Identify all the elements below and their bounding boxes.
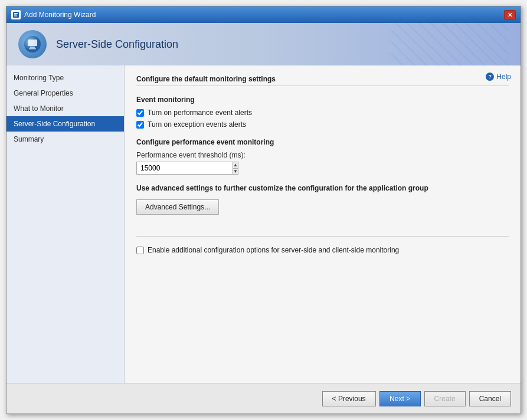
threshold-field-label: Performance event threshold (ms): [136, 151, 509, 159]
event-monitoring-label: Event monitoring [136, 96, 509, 104]
create-button[interactable]: Create [424, 391, 466, 406]
header-watermark [391, 23, 509, 65]
exception-alert-row: Turn on exception events alerts [136, 120, 509, 129]
perf-config-label: Configure performance event monitoring [136, 138, 509, 146]
title-bar-text: Add Monitoring Wizard [24, 11, 504, 19]
additional-options-row: Enable additional configuration options … [136, 246, 509, 254]
title-bar: Add Monitoring Wizard ✕ [6, 6, 521, 23]
exception-alert-label: Turn on exception events alerts [148, 120, 246, 129]
spinner-down-button[interactable]: ▼ [233, 169, 238, 175]
close-button[interactable]: ✕ [504, 10, 516, 19]
svg-rect-6 [30, 47, 35, 48]
sidebar-item-server-side-config[interactable]: Server-Side Configuration [6, 116, 124, 132]
cancel-button[interactable]: Cancel [469, 391, 511, 406]
additional-options-checkbox[interactable] [136, 247, 144, 254]
spinner-button-group: ▲ ▼ [233, 162, 238, 175]
perf-alert-label: Turn on performance event alerts [148, 109, 252, 117]
sidebar: Monitoring Type General Properties What … [6, 65, 125, 383]
title-bar-icon [11, 10, 21, 19]
configure-title: Configure the default monitoring setting… [136, 75, 509, 86]
exception-alert-checkbox[interactable] [136, 121, 144, 129]
svg-rect-1 [14, 13, 18, 14]
svg-rect-3 [14, 16, 17, 17]
spinner-up-button[interactable]: ▲ [233, 162, 238, 169]
perf-alert-row: Turn on performance event alerts [136, 109, 509, 117]
wizard-window: Add Monitoring Wizard ✕ Server-Side Conf… [6, 6, 521, 414]
divider [136, 236, 509, 237]
header-banner: Server-Side Configuration [6, 23, 521, 65]
sidebar-item-what-to-monitor[interactable]: What to Monitor [6, 101, 124, 116]
content-area: Monitoring Type General Properties What … [6, 65, 521, 383]
help-link[interactable]: ? Help [486, 73, 511, 81]
sidebar-item-summary[interactable]: Summary [6, 132, 124, 147]
page-title: Server-Side Configuration [56, 38, 178, 51]
svg-rect-2 [14, 15, 17, 15]
next-button[interactable]: Next > [379, 391, 421, 406]
previous-button[interactable]: < Previous [322, 391, 376, 406]
advanced-note: Use advanced settings to further customi… [136, 184, 509, 192]
help-icon: ? [486, 73, 494, 81]
perf-alert-checkbox[interactable] [136, 109, 144, 117]
sidebar-item-monitoring-type[interactable]: Monitoring Type [6, 70, 124, 86]
footer: < Previous Next > Create Cancel [6, 383, 521, 414]
help-label: Help [496, 73, 511, 81]
advanced-settings-button[interactable]: Advanced Settings... [136, 199, 219, 215]
threshold-spinner: ▲ ▼ [136, 162, 231, 175]
header-icon [18, 30, 47, 58]
threshold-input[interactable] [136, 162, 233, 175]
sidebar-item-general-properties[interactable]: General Properties [6, 86, 124, 101]
svg-rect-5 [28, 40, 37, 46]
svg-rect-7 [29, 48, 36, 50]
additional-options-label: Enable additional configuration options … [148, 246, 399, 254]
main-panel: ? Help Configure the default monitoring … [125, 65, 521, 383]
